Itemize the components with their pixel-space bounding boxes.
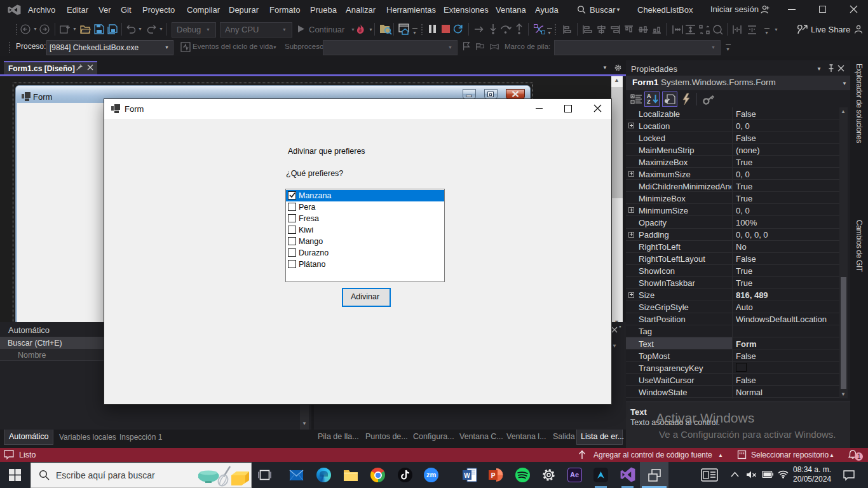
svg-text:P: P <box>491 472 496 479</box>
svg-text:W: W <box>464 472 470 479</box>
